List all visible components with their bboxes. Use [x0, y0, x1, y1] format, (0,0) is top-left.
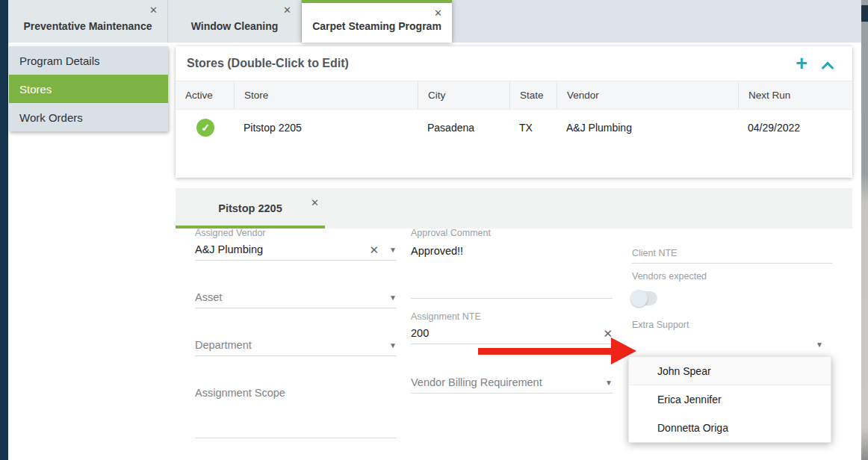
assigned-vendor-field: Assigned Vendor A&J Plumbing ✕ ▼ — [195, 229, 397, 261]
assigned-vendor-input[interactable]: A&J Plumbing ✕ ▼ — [195, 243, 397, 261]
tab-label: Window Cleaning — [191, 11, 279, 32]
vendor-billing-requirement-field: Vendor Billing Requirement ▼ — [411, 376, 613, 394]
cell-active: ✓ — [176, 119, 234, 137]
asset-placeholder: Asset — [195, 291, 379, 304]
assignment-scope-placeholder: Assignment Scope — [195, 387, 285, 399]
assignment-nte-field: Assignment NTE 200 ✕ — [411, 312, 613, 344]
close-icon[interactable]: ✕ — [283, 5, 291, 15]
stores-panel: Stores (Double-Click to Edit) + Active S… — [176, 46, 852, 178]
stores-table-header: Active Store City State Vendor Next Run — [176, 81, 852, 110]
vendors-expected-toggle[interactable] — [632, 291, 657, 305]
department-field: Department ▼ — [195, 339, 397, 356]
cell-vendor: A&J Plumbing — [557, 122, 738, 134]
tab-label: Preventative Maintenance — [24, 11, 152, 32]
sidebar-item-stores[interactable]: Stores — [9, 75, 168, 103]
subtab-pitstop-2205[interactable]: Pitstop 2205 ✕ — [176, 188, 325, 229]
department-placeholder: Department — [195, 339, 379, 352]
stores-panel-header: Stores (Double-Click to Edit) + — [176, 46, 852, 81]
close-icon[interactable]: ✕ — [149, 5, 158, 15]
approval-comment-label: Approval Comment — [411, 229, 613, 238]
close-icon[interactable]: ✕ — [434, 8, 442, 18]
vendor-billing-requirement-select[interactable]: Vendor Billing Requirement ▼ — [411, 376, 613, 394]
column-header-city: City — [418, 81, 509, 109]
dropdown-option-erica-jennifer[interactable]: Erica Jennifer — [629, 385, 831, 414]
table-row[interactable]: ✓ Pitstop 2205 Pasadena TX A&J Plumbing … — [176, 110, 852, 146]
sidebar-item-work-orders[interactable]: Work Orders — [9, 103, 168, 131]
cell-next-run: 04/29/2022 — [738, 122, 852, 134]
sidebar-item-label: Work Orders — [19, 111, 83, 124]
extra-support-label: Extra Support — [632, 320, 832, 330]
collapse-chevron-icon[interactable] — [823, 62, 832, 71]
asset-field: Asset ▼ — [195, 291, 397, 308]
window-edge-dark-block — [861, 5, 868, 22]
assigned-vendor-value: A&J Plumbing — [195, 243, 370, 256]
tab-preventative-maintenance[interactable]: Preventative Maintenance ✕ — [8, 0, 168, 43]
tab-label: Carpet Steaming Program — [312, 14, 441, 32]
column-header-active: Active — [176, 81, 234, 109]
stores-panel-title: Stores (Double-Click to Edit) — [187, 57, 349, 70]
subtab-label: Pitstop 2205 — [218, 202, 282, 214]
sidebar: Program Details Stores Work Orders — [9, 46, 168, 131]
asset-select[interactable]: Asset ▼ — [195, 291, 397, 308]
column-header-store: Store — [234, 81, 418, 109]
cell-store: Pitstop 2205 — [234, 122, 418, 134]
department-select[interactable]: Department ▼ — [195, 339, 397, 356]
extra-support-dropdown-menu: John Spear Erica Jennifer Donnetta Origa — [628, 356, 831, 443]
window-tab-bar: Preventative Maintenance ✕ Window Cleani… — [8, 0, 861, 43]
client-nte-label: Client NTE — [632, 249, 832, 258]
active-check-icon: ✓ — [196, 119, 214, 137]
vendors-expected-label: Vendors expected — [632, 272, 832, 282]
close-icon[interactable]: ✕ — [311, 197, 319, 208]
approval-comment-value: Approved!! — [411, 245, 613, 258]
assignment-nte-input[interactable]: 200 ✕ — [411, 327, 613, 344]
dropdown-option-john-spear[interactable]: John Spear — [629, 357, 831, 385]
clear-icon[interactable]: ✕ — [370, 244, 379, 255]
caret-down-icon[interactable]: ▼ — [389, 246, 397, 255]
app-left-rail — [0, 0, 8, 460]
assignment-nte-label: Assignment NTE — [411, 312, 613, 322]
tab-carpet-steaming-program[interactable]: Carpet Steaming Program ✕ — [302, 0, 452, 43]
approval-comment-field[interactable]: Approval Comment Approved!! — [411, 229, 613, 299]
cell-state: TX — [509, 122, 557, 134]
vendor-billing-requirement-placeholder: Vendor Billing Requirement — [411, 376, 595, 389]
toggle-knob — [630, 290, 648, 307]
assignment-scope-field[interactable]: Assignment Scope — [195, 386, 397, 438]
caret-down-icon[interactable]: ▼ — [389, 293, 397, 302]
column-header-next-run: Next Run — [738, 81, 852, 109]
cell-city: Pasadena — [418, 122, 509, 134]
assignment-nte-value: 200 — [411, 327, 603, 340]
column-header-vendor: Vendor — [557, 81, 738, 109]
tab-window-cleaning[interactable]: Window Cleaning ✕ — [168, 0, 302, 43]
store-subtab-bar: Pitstop 2205 ✕ — [176, 188, 852, 229]
caret-down-icon[interactable]: ▼ — [389, 341, 397, 350]
sidebar-item-label: Stores — [19, 83, 52, 96]
sidebar-item-program-details[interactable]: Program Details — [9, 46, 168, 75]
vendors-expected-field: Vendors expected — [632, 272, 832, 282]
caret-down-icon[interactable]: ▼ — [605, 379, 613, 388]
add-store-button[interactable]: + — [796, 51, 807, 76]
check-glyph: ✓ — [201, 122, 210, 134]
sidebar-item-label: Program Details — [19, 55, 100, 67]
client-nte-field[interactable]: Client NTE — [632, 249, 832, 264]
caret-down-icon[interactable]: ▼ — [816, 341, 823, 349]
window-edge-strip — [861, 0, 868, 460]
extra-support-field: Extra Support — [632, 320, 832, 330]
annotation-arrow — [478, 348, 612, 355]
dropdown-option-donnetta-origa[interactable]: Donnetta Origa — [629, 414, 831, 442]
column-header-state: State — [509, 81, 557, 109]
assigned-vendor-label: Assigned Vendor — [195, 229, 397, 238]
